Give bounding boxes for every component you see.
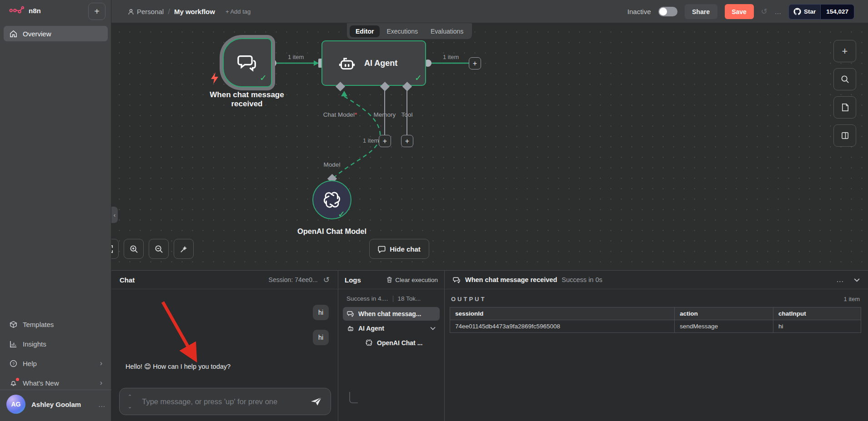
sidebar-item-templates[interactable]: Templates [4,317,108,332]
connection-items-1: 1 item [288,54,304,60]
tab-evaluations[interactable]: Evaluations [425,25,469,37]
help-icon: ? [9,360,17,367]
token-count: 18 Tok... [398,295,421,302]
column-header-action[interactable]: action [675,307,773,320]
n8n-logo-icon [9,6,25,15]
log-row-openai-model[interactable]: OpenAI Chat ... [361,336,440,349]
output-panel: When chat message received Success in 0s… [444,270,868,421]
chat-message-input[interactable]: ⌃⌃ Type message, or press 'up' for prev … [119,388,331,415]
chevron-right-icon: › [100,379,102,387]
sidebar-collapse-handle[interactable]: ‹ [111,207,118,223]
chevron-down-icon[interactable] [854,278,860,282]
chat-session-id[interactable]: Session: 74ee0... [269,276,318,283]
column-header-chatinput[interactable]: chatInput [773,307,861,320]
n8n-workflow-editor: Editor Executions Evaluations ✓ When cha… [0,0,868,421]
clear-execution-button[interactable]: Clear execution [386,277,438,283]
agent-node-title: AI Agent [364,59,397,68]
n8n-logo[interactable]: n8n [9,6,41,15]
toggle-panel-button[interactable] [833,124,856,147]
execution-summary[interactable]: Success in 4.... 18 Tok... [338,289,444,306]
output-more-icon[interactable]: ... [837,276,844,284]
sidebar-item-whats-new[interactable]: What's New › [4,375,108,391]
column-header-sessionid[interactable]: sessionId [450,307,675,320]
canvas-right-rail: + [833,40,856,153]
model-success-check: ✓ [338,209,345,219]
notification-dot [16,378,19,381]
share-button[interactable]: Share [685,4,717,19]
zoom-out-button[interactable] [149,239,169,259]
breadcrumb-project[interactable]: Personal [128,8,164,15]
log-row-agent[interactable]: AI Agent [343,322,440,335]
user-more-icon[interactable]: ... [98,401,105,408]
send-icon[interactable] [311,396,322,406]
sidebar-item-label: Templates [23,321,54,328]
sidebar-item-label: Insights [23,340,46,348]
tab-editor[interactable]: Editor [350,25,380,37]
output-node-title: When chat message received [465,276,557,283]
tidy-up-button[interactable] [174,239,194,259]
activate-toggle[interactable] [658,7,677,16]
output-section-label: OUTPUT [451,296,486,302]
node-openai-chat-model[interactable] [312,180,351,219]
log-row-label: AI Agent [358,325,384,332]
sidebar-item-help[interactable]: ? Help › [4,356,108,371]
sticky-note-button[interactable] [833,96,856,119]
chat-trigger-icon [237,52,258,73]
chevron-down-icon[interactable] [430,327,436,330]
add-tool-button[interactable]: + [401,135,413,147]
agent-success-check: ✓ [415,73,422,83]
tab-executions[interactable]: Executions [381,25,423,37]
chat-bubble-icon [378,245,386,253]
chat-trigger-icon [453,276,461,284]
sidebar-item-insights[interactable]: Insights [4,336,108,352]
sidebar-item-overview[interactable]: Overview [4,26,108,41]
user-menu[interactable]: AG Ashley Goolam ... [6,395,105,414]
main-sidebar: n8n + Overview Templates Insights [0,0,111,421]
workflow-name[interactable]: My workflow [174,8,215,15]
openai-icon [365,339,373,347]
github-star-widget[interactable]: Star 154,027 [788,4,854,20]
new-workflow-button[interactable]: + [88,3,105,20]
bot-chat-message: Hello! 😊 How can I help you today? [125,363,231,370]
log-row-trigger[interactable]: When chat messag... [343,307,440,321]
logs-panel-header: Logs Clear execution [338,271,444,289]
prev-next-message-arrows[interactable]: ⌃⌃ [128,394,132,409]
user-chat-message: hi [313,330,329,345]
add-memory-button[interactable]: + [379,135,391,147]
connection-items-2: 1 item [443,54,459,60]
zoom-in-button[interactable] [124,239,144,259]
sidebar-item-label: Help [23,360,37,367]
breadcrumb: Personal / My workflow + Add tag [128,0,251,23]
workflow-status-label: Inactive [627,8,651,15]
trash-icon [386,277,392,283]
add-tag-button[interactable]: + Add tag [226,8,251,15]
user-chat-message: hi [313,305,329,320]
brand-name: n8n [29,7,41,15]
cell-chatinput[interactable]: hi [773,320,861,333]
bell-icon [9,379,17,387]
sidebar-item-label: What's New [23,379,59,387]
more-options-icon[interactable]: ... [775,7,781,16]
avatar: AG [6,395,25,414]
github-icon [793,8,801,15]
cell-sessionid[interactable]: 74ee01145db4473a9fa2869fc5965008 [450,320,675,333]
search-nodes-button[interactable] [833,68,856,90]
log-row-label: When chat messag... [358,310,421,317]
save-button[interactable]: Save [725,4,754,19]
tool-label: Tool [394,111,420,118]
output-table: sessionId action chatInput 74ee01145db44… [450,307,861,333]
bar-chart-icon [9,340,17,348]
history-icon[interactable]: ↺ [761,7,768,16]
node-ai-agent[interactable]: AI Agent [321,40,426,86]
reset-session-icon[interactable]: ↺ [323,275,330,285]
user-name: Ashley Goolam [31,401,81,408]
trigger-node-label: When chat message received [196,90,298,109]
cell-action[interactable]: sendMessage [675,320,773,333]
table-row[interactable]: 74ee01145db4473a9fa2869fc5965008 sendMes… [450,320,861,333]
hide-chat-button[interactable]: Hide chat [369,239,429,259]
trigger-success-check: ✓ [260,73,267,83]
add-node-after-agent-button[interactable]: + [469,57,481,69]
add-node-button[interactable]: + [833,40,856,62]
log-row-label: OpenAI Chat ... [377,339,422,347]
top-header: Personal / My workflow + Add tag Inactiv… [111,0,868,23]
